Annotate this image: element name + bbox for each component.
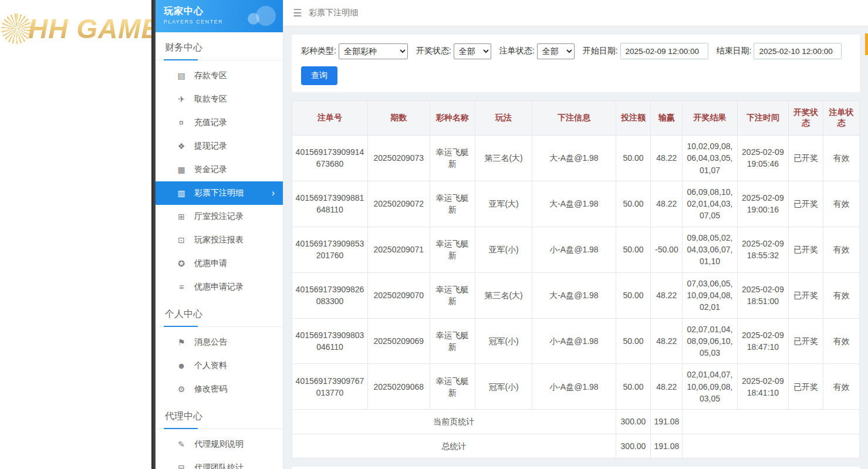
cell-play-type: 冠军(小) <box>475 364 532 410</box>
cell-draw-result: 10,02,09,08,06,04,03,05,01,07 <box>683 136 737 181</box>
sidebar-item-label: 优惠申请记录 <box>194 282 244 292</box>
start-date-input[interactable] <box>620 43 708 59</box>
summary-winloss-total: 191.08 <box>651 434 683 458</box>
cell-draw-status: 已开奖 <box>789 318 823 364</box>
hamburger-menu-icon[interactable]: ☰ <box>293 7 302 19</box>
column-header: 开奖结果 <box>683 101 737 136</box>
table-row: 40156917390985320176020250209071幸运飞艇新亚军(… <box>292 227 860 272</box>
cell-bet-time: 2025-02-09 19:05:46 <box>737 136 788 181</box>
column-header: 玩法 <box>475 101 532 136</box>
sidebar-item-password[interactable]: ⚙修改密码 <box>156 377 283 401</box>
cell-order-no: 401569173909767013770 <box>292 364 368 410</box>
sidebar-item-label: 优惠申请 <box>194 258 227 269</box>
sidebar-item-withdraw[interactable]: ✈取款专区 <box>156 87 283 111</box>
cell-draw-status: 已开奖 <box>789 364 823 410</box>
table-row: 40156917390980304611020250209069幸运飞艇新冠军(… <box>292 318 860 364</box>
sidebar-item-announcements[interactable]: ⚑消息公告 <box>156 330 283 354</box>
sidebar-item-promo-apply[interactable]: ✪优惠申请 <box>156 252 283 275</box>
sidebar-item-label: 彩票下注明细 <box>194 188 244 198</box>
cell-draw-result: 06,09,08,10,02,01,04,03,07,05 <box>683 181 737 227</box>
cell-draw-status: 已开奖 <box>789 181 823 227</box>
funds-icon: ▦ <box>175 165 187 174</box>
cell-order-status: 有效 <box>823 136 859 181</box>
bell-icon: ⚑ <box>175 338 187 347</box>
cell-period: 20250209073 <box>368 136 430 181</box>
summary-row: 当前页统计300.00191.08 <box>292 410 860 434</box>
cell-lottery-name: 幸运飞艇新 <box>430 227 475 272</box>
sidebar-item-agent-rules[interactable]: ✎代理规则说明 <box>156 433 283 456</box>
sidebar-sections: 财务中心▤存款专区✈取款专区¤充值记录❖提现记录▦资金记录▥彩票下注明细›⊞厅室… <box>156 32 283 469</box>
draw-status-select[interactable]: 全部 <box>454 43 491 59</box>
draw-status-label: 开奖状态: <box>416 46 451 56</box>
sidebar-item-label: 玩家投注报表 <box>194 235 244 245</box>
cell-draw-result: 02,01,04,07,10,06,09,08,03,05 <box>683 364 737 410</box>
cell-bet-time: 2025-02-09 18:51:00 <box>737 272 788 318</box>
summary-label: 当前页统计 <box>292 410 616 434</box>
cell-bet-time: 2025-02-09 19:00:16 <box>737 181 788 227</box>
chevron-right-icon: › <box>272 188 275 198</box>
cell-order-no: 401569173909853201760 <box>292 227 368 272</box>
bets-table: 注单号期数彩种名称玩法下注信息投注额输赢开奖结果下注时间开奖状态注单状态 401… <box>292 100 860 458</box>
deposit-icon: ▤ <box>175 71 187 80</box>
summary-winloss-total: 191.08 <box>651 410 683 434</box>
lottery-bets-icon: ▥ <box>175 188 187 198</box>
sidebar-item-label: 代理规则说明 <box>194 439 244 450</box>
gamepad-decoration-icon <box>242 5 277 28</box>
page-title: 彩票下注明细 <box>309 8 358 18</box>
user-icon: ☻ <box>175 361 187 370</box>
document-icon: ✎ <box>175 440 187 449</box>
cell-period: 20250209071 <box>368 227 430 272</box>
cell-bet-time: 2025-02-09 18:55:32 <box>737 227 788 272</box>
app-root: HH GAME 玩家中心 PLAYERS CENTER 财务中心▤存款专区✈取款… <box>0 0 868 469</box>
cell-play-type: 第三名(大) <box>475 272 532 318</box>
end-date-input[interactable] <box>754 43 842 59</box>
search-button[interactable]: 查询 <box>301 66 337 85</box>
cell-draw-result: 07,03,06,05,10,09,04,08,02,01 <box>683 272 737 318</box>
team-stats-icon: ⊟ <box>175 463 187 469</box>
column-header: 投注额 <box>616 101 651 136</box>
column-header: 输赢 <box>651 101 683 136</box>
sidebar-item-profile[interactable]: ☻个人资料 <box>156 354 283 377</box>
promo-log-icon: ≡ <box>175 282 187 292</box>
cell-order-status: 有效 <box>823 364 859 410</box>
cell-lottery-name: 幸运飞艇新 <box>430 272 475 318</box>
sidebar-item-hall-bets[interactable]: ⊞厅室投注记录 <box>156 205 283 228</box>
sidebar-item-lottery-bets[interactable]: ▥彩票下注明细› <box>156 181 283 205</box>
cell-period: 20250209072 <box>368 181 430 227</box>
table-row: 40156917390988164811020250209072幸运飞艇新亚军(… <box>292 181 860 227</box>
cell-bet-amount: 50.00 <box>616 181 651 227</box>
sidebar-item-agent-team[interactable]: ⊟代理团队统计 <box>156 456 283 469</box>
lottery-type-select[interactable]: 全部彩种 <box>339 43 408 59</box>
cell-bet-amount: 50.00 <box>616 227 651 272</box>
cell-draw-status: 已开奖 <box>789 272 823 318</box>
cell-draw-result: 02,07,01,04,08,09,06,10,05,03 <box>683 318 737 364</box>
cell-bet-amount: 50.00 <box>616 136 651 181</box>
cell-bet-amount: 50.00 <box>616 272 651 318</box>
cell-draw-result: 09,08,05,02,04,03,06,07,01,10 <box>683 227 737 272</box>
sidebar-item-player-report[interactable]: ⊡玩家投注报表 <box>156 228 283 252</box>
gear-icon: ⚙ <box>175 384 187 394</box>
summary-bet-total: 300.00 <box>616 434 651 458</box>
sidebar-item-label: 存款专区 <box>194 70 227 81</box>
cell-bet-time: 2025-02-09 18:47:10 <box>737 318 788 364</box>
sidebar-item-promo-log[interactable]: ≡优惠申请记录 <box>156 275 283 299</box>
summary-label: 总统计 <box>292 434 616 458</box>
content: 彩种类型: 全部彩种 开奖状态: 全部 注单状态: 全部 开始日期: 结束日期: <box>283 26 868 469</box>
sidebar-item-label: 消息公告 <box>194 337 227 347</box>
cashout-icon: ❖ <box>175 141 187 151</box>
cell-play-type: 第三名(大) <box>475 136 532 181</box>
sidebar-item-deposit[interactable]: ▤存款专区 <box>156 64 283 87</box>
cell-play-type: 亚军(小) <box>475 227 532 272</box>
cell-order-no: 401569173909803046110 <box>292 318 368 364</box>
sidebar-item-label: 提现记录 <box>194 141 227 151</box>
sidebar-section-title: 个人中心 <box>156 299 283 327</box>
order-status-select[interactable]: 全部 <box>537 43 575 59</box>
sidebar-item-funds-log[interactable]: ▦资金记录 <box>156 158 283 181</box>
cell-bet-info: 大-A盘@1.98 <box>532 272 616 318</box>
sidebar-item-recharge-log[interactable]: ¤充值记录 <box>156 111 283 134</box>
sidebar-item-label: 厅室投注记录 <box>194 211 244 222</box>
sidebar-item-label: 充值记录 <box>194 117 227 128</box>
sidebar-section-title: 财务中心 <box>156 32 283 60</box>
sidebar-item-cashout-log[interactable]: ❖提现记录 <box>156 134 283 158</box>
topbar: ☰ 彩票下注明细 <box>283 0 868 26</box>
